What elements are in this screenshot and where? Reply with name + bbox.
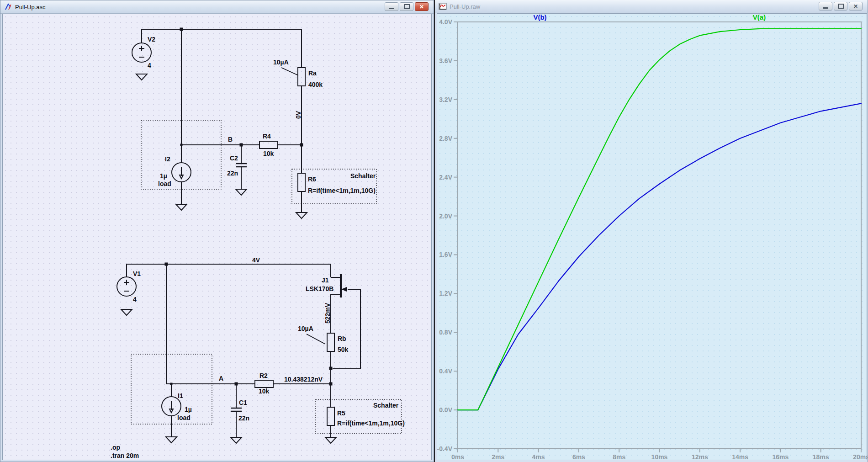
waveform-plot[interactable]: 4.0V3.6V3.2V2.8V2.4V2.0V1.6V1.2V0.8V0.4V… (435, 0, 868, 462)
plot-border (458, 22, 861, 449)
caption-schalter-top: Schalter (350, 172, 376, 180)
junction-dot (240, 143, 243, 147)
resistor-r5[interactable] (327, 407, 334, 425)
annotation-rb-current: 10µA (298, 325, 313, 332)
y-tick-label: 0.4V (439, 367, 452, 375)
wires (127, 29, 360, 437)
formula-r5[interactable]: R=if(time<1m,1m,10G) (337, 420, 405, 427)
formula-r6[interactable]: R=if(time<1m,1m,10G) (308, 187, 376, 194)
resistor-rb[interactable] (327, 333, 334, 351)
label-r5[interactable]: R5 (337, 409, 345, 417)
value-i1[interactable]: 1µ (185, 406, 192, 413)
jfet-gate-arrow (341, 287, 347, 292)
resistor-ra[interactable] (298, 68, 305, 86)
x-tick-label: 2ms (492, 453, 504, 461)
x-tick-label: 18ms (813, 453, 829, 461)
resistor-r2[interactable] (255, 380, 273, 388)
label-j1[interactable]: J1 (322, 276, 329, 284)
label-c2[interactable]: C2 (230, 154, 238, 162)
value-i2[interactable]: 1µ (160, 172, 167, 180)
waveform-window: Pull-Up.raw ✕ 4.0V3.6V3.2V2.8V2.4V2.0V1.… (434, 0, 868, 462)
x-tick-label: 0ms (451, 453, 464, 461)
voltage-source-v1[interactable] (117, 277, 136, 296)
y-tick-label: 2.8V (439, 135, 452, 142)
label-i2[interactable]: I2 (165, 155, 170, 163)
junction-dot (329, 367, 333, 370)
ground-symbols (121, 74, 336, 443)
capacitor-c2[interactable] (236, 164, 247, 167)
label-r2[interactable]: R2 (259, 372, 268, 379)
label-v2[interactable]: V2 (148, 36, 155, 43)
x-tick-label: 16ms (772, 453, 789, 461)
ground-icon[interactable] (296, 212, 307, 218)
resistor-r4[interactable] (259, 141, 278, 149)
value-v2[interactable]: 4 (148, 62, 151, 69)
label-rb[interactable]: Rb (338, 335, 346, 342)
directive-tran[interactable]: .tran 20m (111, 452, 139, 459)
label-i1[interactable]: I1 (178, 392, 183, 399)
y-tick-label: 3.6V (439, 57, 452, 64)
value-i1-load[interactable]: load (177, 414, 191, 421)
caption-schalter-bottom: Schalter (373, 402, 399, 409)
value-r4[interactable]: 10k (263, 150, 274, 157)
junction-dot (170, 383, 173, 385)
x-tick-label: 20ms (853, 453, 868, 461)
value-c1[interactable]: 22n (238, 414, 249, 422)
value-ra[interactable]: 400k (308, 81, 323, 88)
y-tick-label: -0.4V (437, 445, 453, 452)
label-r6[interactable]: R6 (308, 175, 316, 183)
trace-V(a)[interactable] (458, 29, 861, 410)
net-label-out[interactable]: 10.438212nV (284, 376, 323, 383)
net-label-b[interactable]: B (228, 136, 233, 143)
value-c2[interactable]: 22n (227, 170, 238, 177)
ground-icon[interactable] (166, 437, 177, 443)
y-tick-label: 3.2V (439, 96, 452, 103)
current-source-i1[interactable] (162, 397, 181, 416)
trace-label-V(a)[interactable]: V(a) (753, 13, 766, 21)
y-tick-label: 0.8V (439, 329, 452, 336)
ground-icon[interactable] (236, 189, 247, 195)
model-j1[interactable]: LSK170B (306, 285, 333, 292)
current-source-i2[interactable] (172, 163, 191, 182)
annotation-ra-current: 10µA (273, 58, 289, 66)
x-tick-label: 12ms (692, 453, 708, 461)
label-ra[interactable]: Ra (308, 69, 317, 77)
ground-icon[interactable] (231, 437, 242, 443)
x-tick-label: 14ms (732, 453, 748, 461)
value-v1[interactable]: 4 (133, 296, 137, 303)
value-i2-load[interactable]: load (158, 180, 171, 187)
ground-icon[interactable] (121, 309, 132, 315)
label-v1[interactable]: V1 (133, 270, 141, 277)
trace-V(b)[interactable] (458, 103, 861, 410)
net-label-a[interactable]: A (219, 375, 223, 382)
ltspice-desktop: Pull-Up.asc ✕ (0, 0, 868, 462)
current-annotation-arrow (281, 68, 298, 75)
trace-label-V(b)[interactable]: V(b) (533, 13, 546, 21)
junction-dot (180, 28, 183, 31)
junction-dot (180, 144, 183, 146)
voltage-source-v2[interactable] (132, 43, 151, 62)
junction-dot (300, 143, 303, 147)
ground-icon[interactable] (136, 74, 147, 80)
ground-icon[interactable] (325, 437, 336, 443)
capacitor-c1[interactable] (231, 408, 242, 411)
label-r4[interactable]: R4 (263, 133, 271, 140)
x-tick-label: 4ms (532, 453, 545, 461)
x-tick-label: 8ms (613, 453, 625, 461)
net-label-0v[interactable]: 0V (295, 111, 302, 119)
net-label-4v[interactable]: 4V (252, 256, 260, 264)
value-r2[interactable]: 10k (259, 388, 270, 395)
value-rb[interactable]: 50k (338, 346, 349, 353)
junction-dot (329, 382, 333, 386)
directive-op[interactable]: .op (111, 444, 120, 451)
ground-icon[interactable] (176, 204, 187, 210)
y-tick-label: 0.0V (439, 406, 452, 414)
junction-dot (235, 382, 238, 386)
net-label-522mv[interactable]: 522mV (324, 303, 331, 324)
wire-jfet-source[interactable] (331, 295, 341, 333)
wire-bottom-rail[interactable] (127, 264, 331, 277)
label-c1[interactable]: C1 (239, 399, 247, 406)
resistor-r6[interactable] (298, 173, 305, 191)
y-tick-label: 4.0V (439, 18, 452, 26)
wire-jfet-gate-feedback[interactable] (333, 289, 360, 369)
